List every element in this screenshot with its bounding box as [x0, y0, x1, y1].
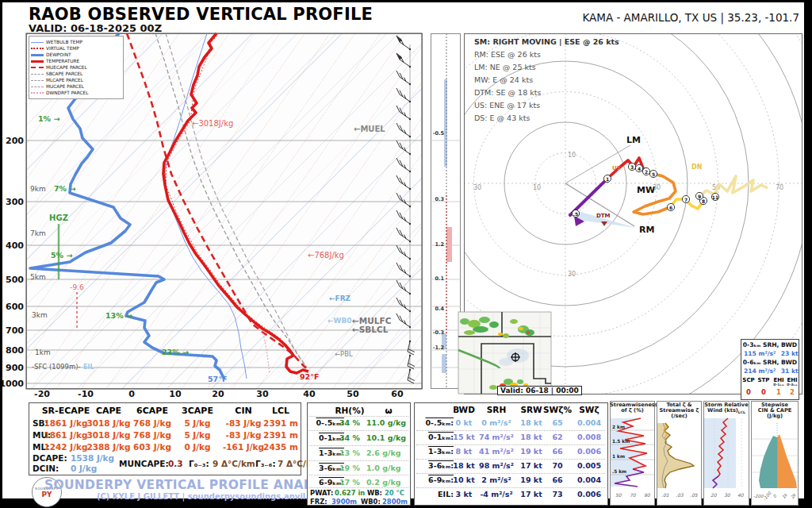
cape-col-header: 3CAPE — [173, 406, 222, 416]
valid-time: VALID: 06-18-2025 00Z — [29, 22, 162, 34]
swzpct-cell: 66 — [543, 447, 572, 456]
srh-0-3-header: 0-3ₖₘ SRH, BWD — [741, 341, 799, 348]
swzpct-cell: 62 — [543, 433, 572, 441]
p2-tick: .01 — [661, 492, 669, 498]
ehi01-sub: 0-1ₖₘ — [772, 383, 785, 387]
wb0-label: ←WB0 — [327, 317, 352, 325]
svg-text:400: 400 — [6, 241, 24, 251]
stepwise-plot — [752, 423, 798, 488]
svg-text:50: 50 — [347, 389, 359, 399]
svg-text:0: 0 — [128, 389, 135, 399]
srh-cell: 98 m²/s² — [476, 461, 517, 470]
srh-0-6-values: 214 m²/s² 31 kt — [744, 368, 799, 375]
svg-text:700: 700 — [6, 325, 24, 336]
svg-text:30: 30 — [256, 389, 269, 399]
wind-barb-column — [396, 36, 415, 383]
sbcape-parcel-line — [155, 33, 306, 367]
svg-text:0.3: 0.3 — [435, 196, 444, 202]
ehi03-value: 2 — [786, 388, 799, 396]
mw-line: MW: E @ 24 kts — [474, 74, 619, 87]
srh-cell: 41 m²/s² — [476, 447, 517, 456]
wetbulb-line — [165, 33, 247, 379]
gamma36-label: Γ₃₋₆: — [255, 459, 276, 468]
legend-item: TEMPERATURE — [46, 59, 79, 64]
svg-text:7% →: 7% → — [54, 184, 75, 193]
svg-text:-20: -20 — [34, 389, 50, 399]
svg-text:9: 9 — [698, 194, 701, 199]
swz-cell: 0.005 — [573, 461, 605, 470]
wb-value: 20 °C — [385, 489, 404, 497]
table-cell: -161 J/kg — [220, 442, 267, 452]
legend-item: VIRTUAL TEMP — [46, 46, 79, 51]
mw-label: MW — [637, 185, 655, 195]
table-cell: -83 J/kg — [220, 430, 267, 440]
svg-text:5km: 5km — [30, 273, 46, 281]
svg-text:3km: 3km — [32, 311, 48, 319]
srh-0-3-value: 115 m²/s² — [744, 350, 776, 357]
frz-value: 3900m — [331, 498, 357, 506]
p1-title2: of ζ (%) — [610, 408, 655, 414]
srw-plot — [704, 418, 749, 488]
svg-text:800: 800 — [6, 345, 24, 356]
swz-cell: 0.004 — [573, 418, 605, 427]
svg-text:6: 6 — [669, 205, 672, 210]
srh-cell: 2 m²/s² — [476, 475, 517, 484]
dewpoint-swatch — [31, 54, 44, 56]
legend-item: DWNDRFT PARCEL — [46, 90, 88, 95]
dtm-line: DTM: SE @ 18 kts — [474, 87, 619, 99]
mixing-ratio-value: 1.0 g/kg — [366, 464, 401, 472]
svg-text:500: 500 — [6, 275, 24, 285]
ehi03-sub: 0-3ₖₘ — [786, 383, 799, 387]
shear-col-header: SWζ — [573, 405, 605, 414]
scp-header: SCP — [742, 377, 755, 383]
ds-line: DS: E @ 43 kts — [474, 112, 619, 125]
srh-0-6-header: 0-6ₖₘ SRH, BWD — [741, 359, 799, 366]
station-title: KAMA - AMARILLO, TX US | 35.23, -101.7 — [582, 11, 799, 24]
muecape-parcel-line — [127, 33, 308, 371]
swzpct-cell: 66 — [543, 475, 572, 484]
svg-text:-SFC (1099m)-: -SFC (1099m)- — [32, 363, 81, 371]
frz-label: ←FRZ — [329, 294, 351, 302]
p1-tick: 70 — [630, 492, 636, 498]
svg-text:11: 11 — [712, 194, 718, 200]
svg-text:1km: 1km — [35, 348, 51, 356]
p4-title3: (J/kg) — [751, 414, 799, 420]
svg-text:1000: 1000 — [0, 379, 24, 389]
omega-labels: -0.5 0.3 1.2 0.1 0.4 -0.3 -1.2 — [433, 130, 445, 351]
p1-tick: 50 — [615, 492, 622, 498]
sm-line: SM: RIGHT MOVING | ESE @ 26 kts — [474, 36, 619, 48]
bwd-0-3-value: 23 kt — [781, 350, 799, 357]
lm-line: LM: NE @ 25 kts — [474, 61, 619, 74]
table-cell: 5 J/kg — [173, 430, 222, 440]
eil-label: EIL — [83, 364, 94, 371]
omega-strip-plot: -0.5 0.3 1.2 0.1 0.4 -0.3 -1.2 — [431, 33, 461, 389]
table-cell: 2391 m — [261, 418, 301, 428]
mixing-ratio-value: 11.0 g/kg — [366, 418, 406, 427]
svg-text:20: 20 — [212, 389, 224, 399]
swz-cell: 0.004 — [573, 475, 605, 484]
svg-text:-1.2: -1.2 — [433, 344, 444, 351]
muncape-value: 0.3 — [168, 459, 183, 468]
swzpct-cell: 70 — [543, 461, 572, 470]
mixing-ratio-value: 2.6 g/kg — [366, 448, 401, 457]
svg-text:HGZ: HGZ — [49, 214, 68, 222]
us-label: US — [612, 165, 621, 171]
map-valid-badge: Valid: 06-18 | 00:00 — [497, 386, 582, 395]
svg-text:5% →: 5% → — [51, 251, 72, 260]
svg-text:1.2: 1.2 — [435, 241, 444, 248]
dtm-label: DTM — [596, 213, 611, 219]
rm-line: RM: ESE @ 26 kts — [474, 48, 619, 61]
hodo-ring-labels: 30 10 30 50 70 10 30 — [473, 152, 783, 278]
muel-label: ←MUEL — [354, 125, 385, 133]
svg-text:40: 40 — [303, 389, 316, 399]
svg-text:.5 km: .5 km — [612, 469, 626, 474]
dcape-label: DCAPE: — [33, 453, 67, 463]
p3-lcl-sub: LCL — [738, 410, 745, 414]
dwndrft-swatch — [31, 92, 44, 94]
sounderpy-screenshot: { "header": { "title": "RAOB OBSERVED VE… — [0, 0, 812, 508]
rh-annotations: 1% → 7% → 5% → 13% → 23% → — [38, 114, 189, 356]
rh-value: 34 % — [333, 433, 366, 442]
svg-text:600: 600 — [6, 302, 24, 312]
wb0-value: 2800m — [382, 498, 408, 506]
omega-bar-down — [446, 227, 452, 262]
